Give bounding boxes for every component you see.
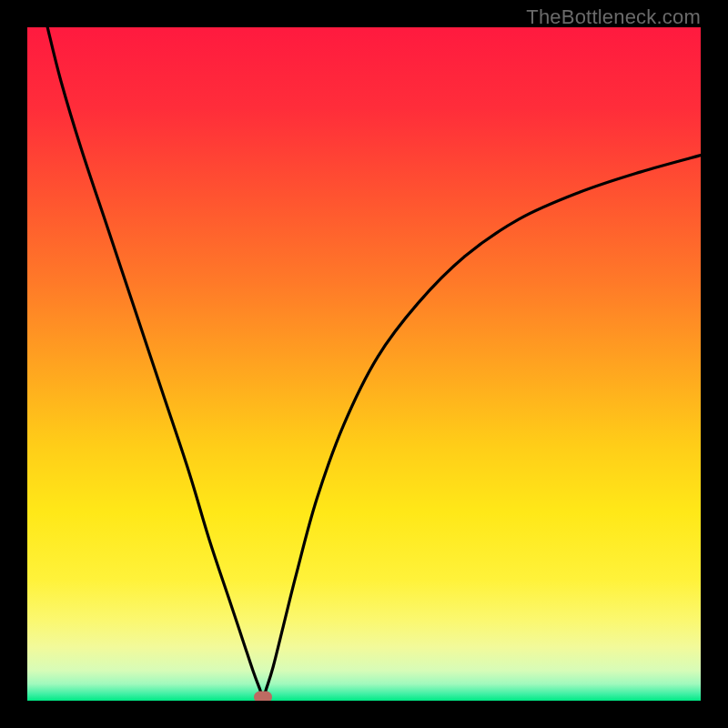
plot-area bbox=[27, 27, 701, 701]
chart-frame: TheBottleneck.com bbox=[0, 0, 728, 728]
bottleneck-curve bbox=[27, 27, 701, 701]
watermark-text: TheBottleneck.com bbox=[526, 5, 701, 29]
minimum-marker bbox=[254, 692, 272, 701]
